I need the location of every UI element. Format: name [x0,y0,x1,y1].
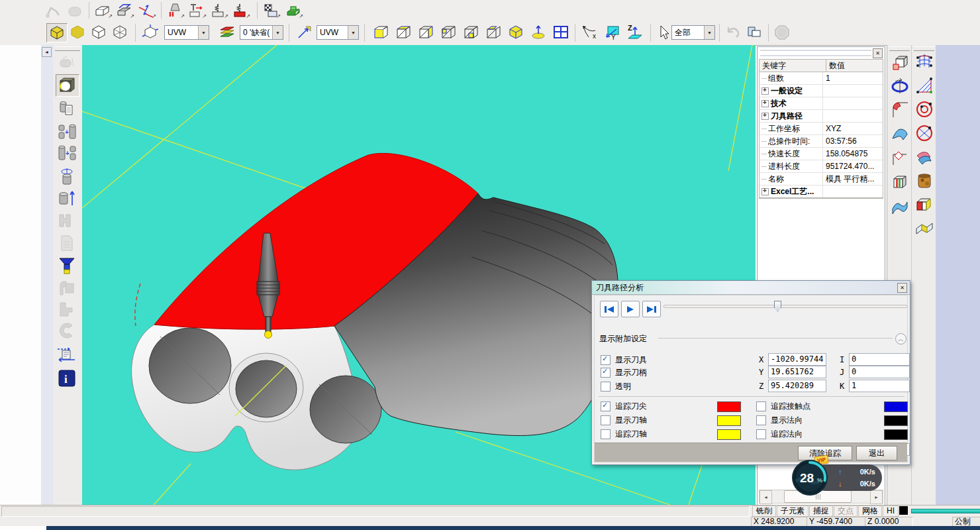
view-face-2-icon[interactable] [393,23,413,41]
column-key[interactable]: 关键字 [760,60,826,72]
cylinder-rotate-icon[interactable] [56,167,78,187]
view-face-1-icon[interactable] [371,23,391,41]
bracket-clamp-icon[interactable] [56,211,78,231]
k-vector-field[interactable]: 1 [849,380,910,392]
wave-surface-icon[interactable] [889,196,911,216]
cylinder-join-icon[interactable]: + [56,122,78,142]
layer-select[interactable]: 0 '缺省( [240,25,283,40]
machine-block-icon[interactable] [56,278,78,298]
swept-surface-icon[interactable] [889,125,911,144]
check-row[interactable]: 追踪刀尖 [601,401,647,411]
expand-icon[interactable] [761,87,769,95]
mode-milling[interactable]: 铣削 [752,505,776,517]
checkbox[interactable] [601,415,611,425]
surface-stack-icon[interactable] [913,147,936,167]
stock-extend-icon[interactable]: ↗ [115,1,134,19]
checkbox[interactable] [756,429,766,439]
mode-snap[interactable]: 捕捉 [809,505,833,517]
view-face-5-icon[interactable] [461,23,481,41]
stop-octagon-icon[interactable] [772,23,792,41]
mode-grid[interactable]: 网格 [858,505,882,517]
check-row[interactable]: 显示刀轴 [601,415,647,425]
view-face-3-icon[interactable] [416,23,436,41]
y-position-field[interactable]: 19.651762 [768,366,826,378]
tool-move-icon[interactable]: ↗ [187,1,207,19]
property-row[interactable]: 组数1 [760,72,883,85]
checkbox[interactable] [601,429,611,439]
cube-solid-icon[interactable] [68,23,87,41]
torus-rotate-icon[interactable] [889,77,911,97]
playback-slider[interactable] [663,305,907,308]
check-row[interactable]: 透明 [601,381,631,392]
ball-in-box-icon[interactable] [56,74,79,97]
axis-cube-icon[interactable] [140,23,160,41]
checkbox[interactable] [756,415,766,425]
view-iso-icon[interactable] [506,23,526,41]
x-position-field[interactable]: -1020.99744 [768,353,826,366]
yellow-patch-box-icon[interactable] [913,219,936,238]
property-row[interactable]: Excel工艺... [760,186,883,198]
step-block-icon[interactable] [56,299,78,319]
diamond-corner-icon[interactable] [889,148,911,168]
info-icon[interactable]: i [56,368,78,388]
property-row[interactable]: 工作坐标XYZ [760,123,883,135]
color-swatch[interactable] [884,415,908,426]
checkbox[interactable] [601,401,611,411]
axis-z-plane-icon[interactable]: Z [625,23,645,41]
view-plan-icon[interactable] [528,23,548,41]
check-row[interactable]: 显示刀具 [601,354,647,365]
checkbox[interactable] [756,401,766,411]
expand-icon[interactable] [761,100,769,107]
property-row[interactable]: 名称模具 平行精... [760,173,883,186]
axis-xy-icon[interactable]: Y [603,23,622,41]
expand-icon[interactable] [761,113,769,120]
current-color-swatch[interactable] [899,506,908,515]
concentric-circles-icon[interactable] [913,99,936,119]
panel-close-button[interactable] [873,48,883,58]
play-button[interactable] [621,301,640,317]
cube-wireframe-icon[interactable] [89,23,109,41]
dropdown-arrow-icon[interactable] [198,26,209,39]
color-swatch[interactable] [884,429,908,440]
property-row[interactable]: 技术 [760,97,883,110]
mode-subelement[interactable]: 子元素 [777,505,808,517]
box-red-corner-icon[interactable] [889,53,911,73]
dropdown-arrow-icon[interactable] [272,26,283,39]
cylinder-lift-icon[interactable] [56,188,78,208]
undo-icon[interactable] [723,23,743,41]
skip-start-button[interactable] [600,301,618,317]
layers-icon[interactable] [217,23,237,41]
tool-holder-icon[interactable]: ↗ [165,1,185,19]
multiface-box-icon[interactable] [889,172,911,192]
j-vector-field[interactable]: 0 [849,366,910,378]
red-yellow-box-icon[interactable] [913,195,936,215]
color-swatch[interactable] [717,415,741,426]
crossed-circle-icon[interactable] [913,123,936,143]
clipboard-copy-icon[interactable] [744,23,764,41]
cube-hidden-line-icon[interactable] [110,23,130,41]
checkbox[interactable] [601,368,611,378]
mouse-body-icon[interactable] [65,1,85,19]
uvw-select-1[interactable]: UVW [164,25,209,40]
check-row[interactable]: 显示法向 [756,415,803,425]
triangle-mesh-icon[interactable] [913,76,936,95]
machine-green-icon[interactable]: ↗ [283,1,303,19]
uvw-select-2[interactable]: UVW [317,25,359,40]
expand-icon[interactable] [761,188,769,195]
dropdown-arrow-icon[interactable] [704,26,714,39]
view-face-6-icon[interactable] [483,23,503,41]
check-row[interactable]: 显示刀柄 [601,367,647,378]
measure-distance-icon[interactable]: ↗ [136,1,156,19]
document-gray-icon[interactable] [56,233,78,253]
simulate-check-icon[interactable]: ↗ [261,1,281,19]
toolbar-grip[interactable] [55,46,80,51]
view-face-4-icon[interactable] [438,23,458,41]
cylinder-document-icon[interactable] [56,98,78,118]
toolbar-grip[interactable] [914,46,934,51]
property-row[interactable]: 刀具路径 [760,110,883,123]
slider-thumb[interactable] [774,301,781,312]
funnel-tool-icon[interactable] [56,256,78,276]
mode-hi[interactable]: HI [883,505,899,517]
checkbox[interactable] [601,382,611,392]
view-four-pane-icon[interactable] [551,23,571,41]
